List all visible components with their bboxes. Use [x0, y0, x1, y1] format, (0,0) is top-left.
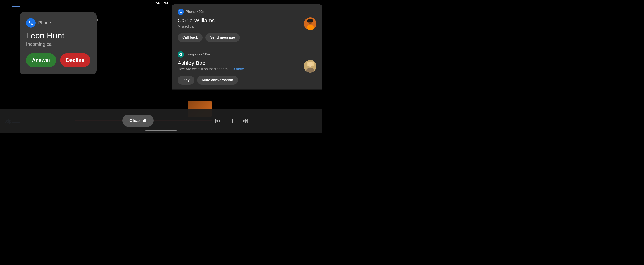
hangouts-notif-app-name: Hangouts • 30m: [186, 52, 210, 56]
mute-conversation-button[interactable]: Mute conversation: [197, 76, 238, 85]
play-button[interactable]: Play: [178, 76, 194, 85]
prev-track-button[interactable]: ⏮: [215, 117, 221, 124]
bottom-bar: Clear all ⏮ ⏸ ⏭: [0, 109, 322, 132]
phone-notif-app-name: Phone • 20m: [186, 10, 205, 14]
phone-notif-text: Carrie Williams Missed call: [178, 17, 304, 28]
incoming-call-card: Phone Leon Hunt Incoming call Answer Dec…: [20, 12, 97, 74]
phone-notif-actions: Call back Send message: [178, 33, 316, 42]
clear-all-button[interactable]: Clear all: [122, 115, 154, 127]
phone-notif-content: Carrie Williams Missed call: [178, 17, 316, 30]
status-time: 7:43 PM: [154, 1, 168, 5]
caller-name: Leon Hunt: [26, 31, 90, 40]
carrie-avatar: [304, 17, 316, 30]
hangouts-notif-actions: Play Mute conversation: [178, 76, 316, 85]
call-status-text: Incoming call: [26, 41, 90, 47]
send-message-button[interactable]: Send message: [206, 33, 240, 42]
message-preview: Hey! Are we still on for dinner to: [178, 67, 228, 71]
hangouts-notif-content: Ashley Bae Hey! Are we still on for dinn…: [178, 60, 316, 73]
svg-rect-7: [306, 61, 314, 66]
ashley-avatar: [304, 60, 316, 73]
status-bar: 7:43 PM: [0, 0, 322, 6]
phone-notification-card: Phone • 20m Carrie Williams Missed call …: [172, 4, 322, 47]
call-card-header: Phone: [26, 18, 90, 28]
home-indicator: [145, 130, 177, 131]
svg-rect-3: [308, 19, 313, 22]
next-track-button[interactable]: ⏭: [243, 117, 248, 124]
corner-bracket-top-left: [12, 6, 20, 14]
media-controls: ⏮ ⏸ ⏭: [154, 117, 310, 124]
carrie-williams-name: Carrie Williams: [178, 17, 304, 24]
hangouts-message-subtitle: Hey! Are we still on for dinner to + 3 m…: [178, 67, 304, 71]
hangouts-notif-app-row: Hangouts • 30m: [178, 51, 316, 58]
ashley-bae-name: Ashley Bae: [178, 60, 304, 66]
answer-button[interactable]: Answer: [26, 53, 56, 67]
phone-notif-app-row: Phone • 20m: [178, 9, 316, 15]
hangouts-notif-text: Ashley Bae Hey! Are we still on for dinn…: [178, 60, 304, 71]
hangouts-notif-icon: [178, 51, 184, 58]
call-back-button[interactable]: Call back: [178, 33, 203, 42]
pause-button[interactable]: ⏸: [229, 117, 235, 124]
decline-button[interactable]: Decline: [60, 53, 90, 67]
phone-notif-icon: [178, 9, 184, 15]
hangouts-notification-card: Hangouts • 30m Ashley Bae Hey! Are we st…: [172, 47, 322, 89]
phone-app-icon: [26, 18, 36, 28]
more-count: + 3 more: [230, 67, 244, 71]
missed-call-subtitle: Missed call: [178, 24, 304, 28]
call-actions: Answer Decline: [26, 53, 90, 67]
call-app-name: Phone: [38, 20, 51, 25]
